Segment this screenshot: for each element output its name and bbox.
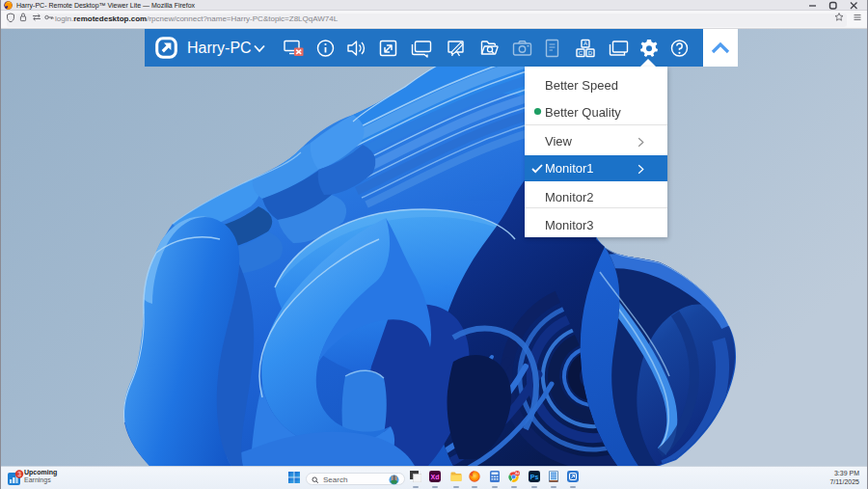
svg-text:A: A <box>583 41 587 46</box>
svg-text:Ad: Ad <box>515 472 519 475</box>
svg-text:Xd: Xd <box>431 474 440 480</box>
svg-text:C: C <box>579 49 583 55</box>
svg-text:Ps: Ps <box>530 474 539 480</box>
svg-text:3: 3 <box>17 471 21 477</box>
svg-text:D: D <box>588 49 593 55</box>
